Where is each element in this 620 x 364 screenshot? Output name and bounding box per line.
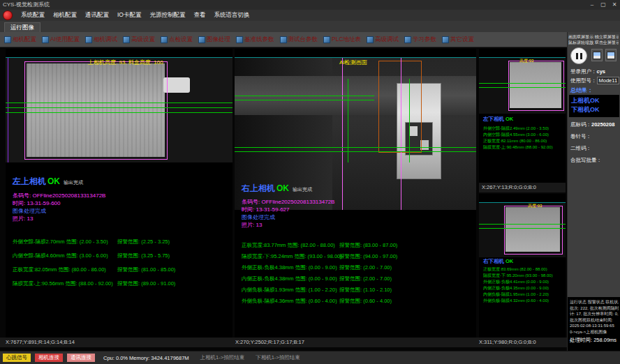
camera-name-label: 左上相机 (13, 176, 46, 186)
camera-view-right-top[interactable]: AI检测画面 右上相机OK输出完成 条码号: OFFline2025020813… (235, 49, 476, 338)
menu-io-config[interactable]: IO卡配置 (117, 11, 141, 20)
output-status-label: 输出完成 (293, 187, 312, 192)
menu-comm-config[interactable]: 通讯配置 (85, 11, 109, 20)
toolbar-button-advanced-debug[interactable]: 高级调试 (367, 36, 399, 44)
stats-line: 运行状态 报警状态 联机状态 (570, 299, 619, 305)
minimize-button[interactable]: – (586, 0, 598, 10)
tab-row: 运行图像 (0, 21, 620, 33)
camera-image-right-bottom[interactable]: 高度:93 (479, 202, 566, 257)
result-ok-label: OK (505, 116, 513, 122)
toolbar-button-advanced-settings[interactable]: 高级设置 (123, 36, 155, 44)
toolbar-button-baseline-params[interactable]: 基准线参数 (236, 36, 274, 44)
measurement-row: 外侧负极-隔膜4.36mm 范围: (0.60 - 4.00)报警范围: (0.… (235, 298, 476, 306)
camera-result-header: 右下相机OK (483, 258, 513, 265)
result-ok-label: OK (505, 258, 513, 264)
toolbar-button-camera-config[interactable]: 相机配置 (4, 36, 36, 44)
main-area: 上相机高度: 93. 料盒高度: 100 左上相机OK输出完成 条码号: OFF… (0, 47, 567, 351)
app-logo-icon (3, 10, 13, 20)
toolbar-button-label: 相机调试 (94, 36, 117, 44)
app-root: CYS-视觉检测系统 – ▢ ✕ 系统配置 相机配置 通讯配置 IO卡配置 光源… (0, 0, 620, 364)
display-hint-line: 鼠标滚轮缩放 双击全屏显示 (568, 40, 619, 46)
measurement-line: 内侧正极-负极4.35mm (0.00 - 9.00) (483, 285, 549, 291)
toolbar-button-other-settings[interactable]: 其它设置 (442, 36, 474, 44)
camera-name-label: 右下相机 (483, 258, 504, 264)
pause-button[interactable] (570, 47, 587, 64)
pixel-coordinate-readout: X:267;Y:13;R:0;G:0;B:0 (479, 183, 566, 192)
barcode-label: 条码号: (242, 199, 261, 205)
measurement-value: 外侧空隙-隔膜2.70mm 范围: (2.00 - 3.50) (13, 238, 108, 245)
toolbar-button-test-station-params[interactable]: 测试台参数 (280, 36, 318, 44)
barcode-label: 条码号: (13, 192, 32, 199)
measurement-row: 内侧负极-隔膜1.93mm 范围: (1.00 - 2.20)报警范围: (1.… (235, 287, 476, 295)
total-result-box: 上相机OK 下相机OK (569, 95, 619, 117)
pixel-coordinate-readout: X:270;Y:2502;R:17;G:17;B:17 (235, 338, 304, 347)
toolbar-button-label: 测试台参数 (288, 36, 318, 44)
measurement-line: 隔膜宽度-上:90.48mm (88.00 - 92.00) (483, 144, 553, 151)
measure-line-green (6, 103, 232, 103)
result-ok-label: OK (47, 176, 60, 186)
camera-view-left-top[interactable]: 上相机高度: 93. 料盒高度: 100 左上相机OK输出完成 条码号: OFF… (6, 49, 232, 338)
toolbar-button-label: 相机配置 (13, 36, 36, 44)
toolbar-button-label: 基准线参数 (244, 36, 274, 44)
camera-result-header: 左下相机OK (483, 116, 513, 123)
toolbar-button-plc-address[interactable]: PLC地址表 (323, 36, 361, 44)
time-line: 时间: 13-31-59-627 (242, 206, 290, 213)
measurement-alarm: 报警范围: (81.00 - 85.00) (117, 266, 175, 273)
toolbar-button-label: 高级设置 (131, 36, 155, 44)
measurement-value: 正极宽度:83.77mm 范围: (82.00 - 88.00) (242, 242, 335, 249)
ai-overlay-label: AI检测画面 (339, 59, 367, 66)
roi-line-violet (8, 58, 8, 162)
menu-light-config[interactable]: 光源控制配置 (149, 11, 185, 20)
measure-line-green (6, 107, 232, 108)
tool-icon (280, 36, 287, 43)
toolbar-button-ai-config[interactable]: AI使用配置 (42, 36, 80, 44)
camera-message-bottom: 下相机1->拍照结束 (256, 354, 300, 361)
toolbar-button-learning-params[interactable]: 学习参数 (404, 36, 436, 44)
menu-system-config[interactable]: 系统配置 (21, 11, 45, 20)
field-needle-number: 卷针号： (570, 133, 591, 140)
image-view-button[interactable] (605, 49, 617, 61)
photo-count-line: 照片: 13 (242, 221, 262, 229)
toolbar-button-image-process[interactable]: 图像处理 (198, 36, 230, 44)
maximize-button[interactable]: ▢ (598, 0, 609, 10)
menu-language-switch[interactable]: 系统语言切换 (214, 11, 249, 20)
camera-image-left-bottom[interactable]: 高度:93 (479, 57, 566, 114)
measurement-row: 隔膜宽度-上:90.56mm 范围: (88.00 - 92.00)报警范围: … (6, 280, 232, 289)
measure-line-green (479, 83, 566, 84)
image-save-button[interactable] (591, 49, 603, 61)
measurement-value: 内侧负极-隔膜1.93mm 范围: (1.00 - 2.20) (242, 287, 337, 294)
measurement-alarm: 报警范围: (2.00 - 7.00) (339, 275, 392, 282)
measurement-line: 内侧负极-隔膜1.95mm (1.00 - 2.20) (483, 291, 549, 298)
stats-line: 0->cys->上相机图像 (570, 329, 619, 335)
camera-message-top: 上相机1->拍照结束 (200, 354, 245, 361)
time-label: 时间: (13, 200, 27, 206)
menu-camera-config[interactable]: 相机配置 (53, 11, 77, 20)
toolbar-button-label: 图像处理 (207, 36, 230, 44)
roi-rectangle-pink (504, 206, 563, 255)
stats-line: 2025:02:08-13:31:59:65 (570, 323, 619, 329)
photo-label: 照片: (13, 215, 27, 222)
toolbar-button-camera-debug[interactable]: 相机调试 (85, 36, 117, 44)
measurement-alarm: 报警范围: (1.10 - 2.10) (339, 287, 392, 294)
camera-view-left-bottom[interactable]: 高度:93 左下相机OK 外侧空隙-隔膜2.49mm (2.00 - 3.50)… (479, 49, 566, 192)
toolbar: 相机配置 AI使用配置 相机调试 高级设置 点检设置 图像处理 基准线参数 测试… (0, 32, 567, 47)
right-panel: 画面双屏显示 独立双屏显示 鼠标滚轮缩放 双击全屏显示 登录用户：cys 使用型… (567, 32, 620, 351)
close-button[interactable]: ✕ (609, 0, 620, 10)
measurement-value: 隔膜宽度-下:95.24mm 范围: (93.00 - 98.00) (242, 253, 342, 260)
model-select[interactable]: Mode11 (597, 77, 620, 84)
menu-view[interactable]: 查看 (193, 11, 205, 20)
photo-value: 13 (256, 222, 262, 228)
measurement-row: 正极宽度:83.77mm 范围: (82.00 - 88.00)报警范围: (8… (235, 242, 476, 250)
camera-view-right-bottom[interactable]: 高度:93 右下相机OK 正极宽度:83.69mm (82.00 - 88.00… (479, 194, 566, 338)
pause-icon (580, 53, 582, 59)
camera-result-header: 右上相机OK输出完成 (242, 183, 312, 195)
camera-image-left-top[interactable]: 上相机高度: 93. 料盒高度: 100 (6, 57, 232, 162)
time-line: 时间: 13-31-59-600 (13, 199, 61, 207)
tool-icon (236, 36, 243, 43)
measurement-line: 内侧空隙-隔膜4.55mm (3.00 - 6.00) (483, 132, 549, 138)
coordinate-strip: X:7677;Y:891;R:14;G:14;B:14 X:270;Y:2502… (0, 338, 567, 347)
measurement-line: 隔膜宽度-下:95.20mm (93.00 - 98.00) (483, 273, 553, 279)
measurement-row: 内侧正极-负极4.38mm 范围: (0.00 - 9.00)报警范围: (2.… (235, 275, 476, 284)
tool-icon (85, 36, 92, 43)
toolbar-button-spot-check[interactable]: 点检设置 (161, 36, 193, 44)
